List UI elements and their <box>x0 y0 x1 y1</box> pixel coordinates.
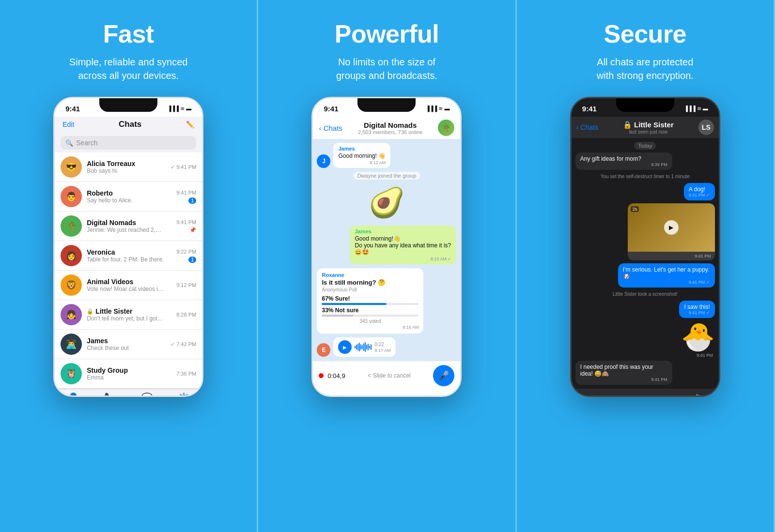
poll-voted-count: 345 voted <box>322 319 418 324</box>
poll-bar-fill-1 <box>322 303 387 305</box>
chat-name-veronica: Veronica <box>87 248 171 256</box>
video-play-btn[interactable]: ▶ <box>664 220 679 235</box>
chats-edit-btn[interactable]: Edit <box>62 121 74 128</box>
time-sticker: 9:41 PM <box>575 353 715 358</box>
group-back-btn[interactable]: ‹ Chats <box>319 124 342 132</box>
chats-header: Edit Chats ✏️ <box>55 117 202 133</box>
slide-to-cancel: < Slide to cancel <box>349 372 430 379</box>
bubble-dog: A dog! 9:41 PM ✓ <box>684 183 715 200</box>
day-label: Today <box>634 142 656 150</box>
emma-avatar-sm: E <box>317 343 330 357</box>
chat-name-james: James <box>87 337 166 345</box>
video-time: 9:41 PM <box>632 254 711 258</box>
poll-sender: Roxanne <box>322 272 418 278</box>
chat-info-little-sister: 🔒 Little Sister Don't tell mom yet, but … <box>87 307 171 322</box>
msg-james-2: James Good morning!👋Do you have any idea… <box>317 226 456 264</box>
message-input[interactable]: Message <box>591 394 680 397</box>
wave-bar <box>357 344 358 350</box>
time-saw: 9:41 PM ✓ <box>684 310 710 315</box>
chat-item-james[interactable]: 👨‍💻 James Check these out ✓ 7:42 PM <box>55 330 202 359</box>
mic-icon[interactable]: 🎤 <box>704 394 714 397</box>
poll-bubble: Roxanne Is it still morning? 🤔 Anonymous… <box>317 268 423 334</box>
time-proof: 9:41 PM <box>580 377 667 382</box>
chat-item-digital-nomads[interactable]: 🌴 Digital Nomads Jennie: We just reached… <box>55 212 202 241</box>
tab-chats[interactable]: 💬 Chats <box>128 392 165 397</box>
chat-info-animal-videos: Animal Videos Vote now! Moar cat videos … <box>87 278 171 292</box>
avatar-little-sister: 👧 <box>61 304 82 325</box>
chat-item-roberto[interactable]: 👨 Roberto Say hello to Alice. 9:41 PM 1 <box>55 182 202 212</box>
attach-icon[interactable]: 📎 <box>576 393 587 397</box>
avatar-study-group: 🦉 <box>61 363 82 384</box>
timer-label: 1m <box>683 395 691 397</box>
avatar-veronica: 👩 <box>61 245 82 266</box>
wave-bar <box>359 343 360 351</box>
wave-bar <box>363 343 364 351</box>
chat-item-animal-videos[interactable]: 🦁 Animal Videos Vote now! Moar cat video… <box>55 271 202 300</box>
voice-timestamp: 8:17 AM <box>374 348 390 353</box>
voice-recording-bar: 0:04,9 < Slide to cancel 🎤 <box>313 361 460 390</box>
bubble-text-james-1: Good morning! 👋 <box>338 152 386 159</box>
chat-time-james: ✓ 7:42 PM <box>170 341 196 348</box>
timer-icon[interactable]: ⏱ <box>694 394 701 397</box>
james-avatar-sm: J <box>317 154 330 168</box>
chat-preview-alicia: Bob says hi. <box>87 167 164 174</box>
panel-powerful-subtitle: No limits on the size ofgroups and broad… <box>336 55 437 82</box>
video-preview: 2s ▶ <box>628 203 715 252</box>
tab-calls[interactable]: 📞 Calls <box>92 392 128 397</box>
poll-option-1[interactable]: 67% Sure! <box>322 295 418 305</box>
panel-powerful: Powerful No limits on the size ofgroups … <box>258 0 516 532</box>
group-avatar[interactable]: 🌴 <box>438 120 454 136</box>
time-gift: 9:39 PM <box>580 162 667 167</box>
search-input[interactable]: 🔍 Search <box>61 136 196 150</box>
tab-settings[interactable]: ⚙️ Settings <box>165 392 202 397</box>
dark-title-block: 🔒 Little Sister last seen just now <box>601 121 696 135</box>
phone-fast: 9:41 ▐▐▐ ≋ ▬ Edit Chats ✏️ 🔍 Search 😎 Al… <box>53 97 203 397</box>
bubble-gift-ideas: Any gift ideas for mom? 9:39 PM <box>575 152 672 170</box>
dark-chat-messages: Today Any gift ideas for mom? 9:39 PM Yo… <box>572 138 719 389</box>
tab-contacts[interactable]: 👤 Contacts <box>55 392 92 397</box>
chats-compose-btn[interactable]: ✏️ <box>186 121 194 128</box>
chat-preview-animal-videos: Vote now! Moar cat videos in this channe… <box>87 286 164 292</box>
dark-chat-header: ‹ Chats 🔒 Little Sister last seen just n… <box>572 117 719 138</box>
panel-secure-title: Secure <box>604 19 686 48</box>
dark-chat-name: 🔒 Little Sister <box>601 121 696 129</box>
status-time-secure: 9:41 <box>582 105 597 113</box>
status-icons-secure: ▐▐▐ ≋ ▬ <box>684 106 708 112</box>
chat-name-roberto: Roberto <box>87 189 171 197</box>
time-serious: 9:41 PM ✓ <box>623 280 710 285</box>
poll-option-2[interactable]: 33% Not sure <box>322 307 418 317</box>
notch-secure <box>616 98 674 112</box>
chat-badge-veronica: 1 <box>188 257 196 263</box>
group-chat-header: ‹ Chats Digital Nomads 2,503 members, 73… <box>313 117 460 139</box>
sticker-chick: 🐣 9:41 PM <box>575 321 715 358</box>
poll-type: Anonymous Poll <box>322 287 418 292</box>
play-button[interactable]: ▶ <box>338 340 352 354</box>
lock-icon: 🔒 <box>87 308 93 315</box>
chat-info-veronica: Veronica Table for four, 2 PM. Be there. <box>87 248 171 263</box>
mic-button[interactable]: 🎤 <box>433 365 454 386</box>
chat-item-little-sister[interactable]: 👧 🔒 Little Sister Don't tell mom yet, bu… <box>55 300 202 330</box>
chat-preview-digital-nomads: Jennie: We just reached 2,500 members! W… <box>87 227 164 233</box>
chat-meta-veronica: 9:22 PM 1 <box>176 249 196 263</box>
chat-time-roberto: 9:41 PM <box>176 190 196 196</box>
chat-badge-roberto: 1 <box>188 198 196 204</box>
settings-icon: ⚙️ <box>178 392 190 397</box>
bubble-proof: I needed proof this was your idea! 😅🙈 9:… <box>575 361 672 385</box>
chat-item-veronica[interactable]: 👩 Veronica Table for four, 2 PM. Be ther… <box>55 241 202 271</box>
video-badge: 2s <box>631 206 639 212</box>
dark-avatar: LS <box>698 120 714 135</box>
poll-pct-2: 33% Not sure <box>322 307 418 314</box>
pin-icon: 📌 <box>189 227 196 233</box>
chat-info-alicia: Alicia Torreaux Bob says hi. <box>87 160 166 174</box>
chat-info-study-group: Study Group Emma <box>87 366 171 381</box>
panel-secure: Secure All chats are protectedwith stron… <box>517 0 775 532</box>
group-title-block: Digital Nomads 2,503 members, 736 online <box>346 121 434 135</box>
wave-bar <box>366 345 367 350</box>
recording-dot <box>319 373 324 378</box>
chat-item-alicia[interactable]: 😎 Alicia Torreaux Bob says hi. ✓ 9:41 PM <box>55 152 202 182</box>
dark-back-btn[interactable]: ‹ Chats <box>576 123 598 131</box>
tab-bar: 👤 Contacts 📞 Calls 💬 Chats ⚙️ Settings <box>55 389 202 397</box>
chat-info-digital-nomads: Digital Nomads Jennie: We just reached 2… <box>87 219 171 233</box>
chat-item-study-group[interactable]: 🦉 Study Group Emma 7:36 PM <box>55 359 202 389</box>
status-time-powerful: 9:41 <box>324 105 338 113</box>
